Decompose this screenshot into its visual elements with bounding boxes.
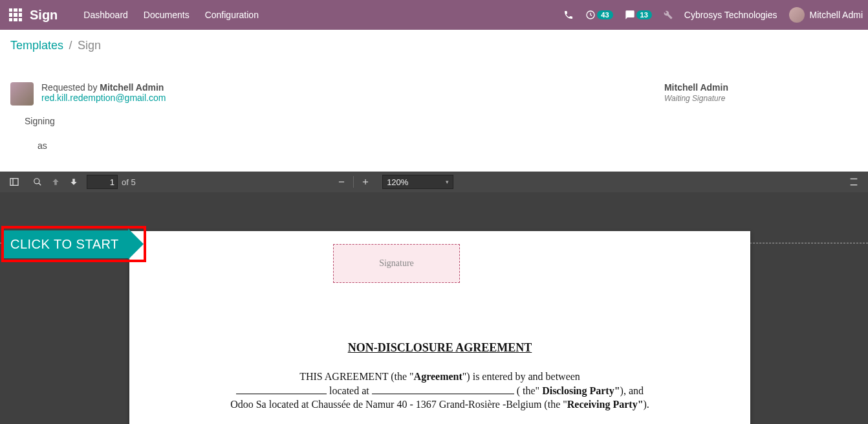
zoom-out-icon[interactable] bbox=[335, 175, 348, 188]
page-total-label: of 5 bbox=[122, 177, 136, 187]
svg-rect-1 bbox=[10, 179, 18, 186]
find-icon[interactable] bbox=[31, 175, 44, 188]
company-name[interactable]: Cybrosys Technologies bbox=[684, 10, 777, 20]
nav-documents[interactable]: Documents bbox=[144, 10, 190, 20]
debug-icon[interactable] bbox=[664, 10, 673, 19]
signing-as-label: as bbox=[38, 140, 166, 151]
navbar-right: 43 13 Cybrosys Technologies Mitchell Adm… bbox=[563, 7, 863, 23]
app-title: Sign bbox=[30, 8, 58, 23]
user-name: Mitchell Admi bbox=[810, 10, 863, 20]
nav-configuration[interactable]: Configuration bbox=[205, 10, 259, 20]
breadcrumb: Templates / Sign bbox=[0, 30, 868, 58]
document-title: NON-DISCLOSURE AGREEMENT bbox=[194, 340, 686, 355]
activities-badge: 43 bbox=[597, 10, 613, 19]
zoom-select[interactable]: 120% ▾ bbox=[382, 175, 453, 189]
messages-icon[interactable]: 13 bbox=[625, 10, 652, 20]
requester-block: Requested by Mitchell Admin red.kill.red… bbox=[10, 82, 166, 106]
nav-dashboard[interactable]: Dashboard bbox=[83, 10, 128, 20]
user-menu[interactable]: Mitchell Admi bbox=[789, 7, 863, 23]
document-page: Signature NON-DISCLOSURE AGREEMENT THIS … bbox=[129, 231, 750, 424]
apps-icon[interactable] bbox=[9, 8, 22, 21]
page-up-icon[interactable] bbox=[49, 175, 62, 188]
breadcrumb-parent[interactable]: Templates bbox=[10, 39, 63, 52]
activities-icon[interactable]: 43 bbox=[585, 10, 613, 20]
page-number-input[interactable] bbox=[87, 175, 118, 189]
arrow-right-icon bbox=[128, 229, 144, 260]
svg-point-3 bbox=[34, 179, 39, 184]
requester-avatar bbox=[10, 82, 34, 106]
chevron-down-icon: ▾ bbox=[446, 179, 449, 185]
requester-email[interactable]: red.kill.redemption@gmail.com bbox=[41, 93, 166, 103]
signature-field[interactable]: Signature bbox=[333, 244, 460, 283]
signer-status: Waiting Signature bbox=[664, 94, 728, 103]
click-to-start-button[interactable]: CLICK TO START bbox=[4, 229, 144, 260]
requested-by-label: Requested by bbox=[41, 82, 97, 93]
svg-line-4 bbox=[39, 183, 41, 186]
pdf-toolbar: of 5 120% ▾ bbox=[0, 172, 868, 192]
sidebar-toggle-icon[interactable] bbox=[8, 175, 21, 188]
zoom-value: 120% bbox=[387, 177, 408, 187]
breadcrumb-current: Sign bbox=[78, 39, 101, 52]
tools-icon[interactable] bbox=[847, 175, 860, 188]
pdf-viewer: CLICK TO START Signature NON-DISCLOSURE … bbox=[0, 192, 868, 424]
signer-status-block: Mitchell Admin Waiting Signature bbox=[664, 82, 728, 165]
phone-icon[interactable] bbox=[563, 10, 574, 20]
click-to-start-label: CLICK TO START bbox=[4, 230, 128, 258]
signer-name: Mitchell Admin bbox=[664, 82, 728, 93]
nav-links: Dashboard Documents Configuration bbox=[83, 10, 259, 20]
zoom-in-icon[interactable] bbox=[359, 175, 372, 188]
info-panel: Requested by Mitchell Admin red.kill.red… bbox=[0, 58, 868, 172]
signing-label: Signing bbox=[25, 116, 166, 126]
user-avatar-icon bbox=[789, 7, 805, 23]
document-intro: THIS AGREEMENT (the "Agreement") is ente… bbox=[194, 370, 686, 412]
page-down-icon[interactable] bbox=[67, 175, 80, 188]
requester-name: Mitchell Admin bbox=[100, 82, 164, 93]
messages-badge: 13 bbox=[636, 10, 652, 19]
top-navbar: Sign Dashboard Documents Configuration 4… bbox=[0, 0, 868, 30]
document-content: NON-DISCLOSURE AGREEMENT THIS AGREEMENT … bbox=[194, 340, 686, 424]
signing-block: Signing as bbox=[25, 116, 166, 151]
breadcrumb-sep: / bbox=[69, 39, 72, 52]
highlight-annotation: CLICK TO START bbox=[1, 226, 146, 262]
